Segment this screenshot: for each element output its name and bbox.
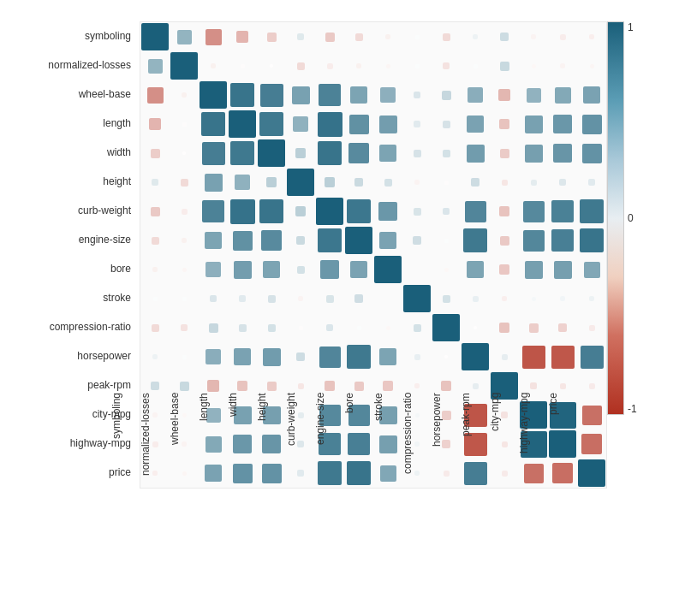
cell-square bbox=[499, 264, 509, 275]
cell-square bbox=[463, 228, 487, 252]
cell-1-0 bbox=[140, 51, 170, 80]
cell-11-9 bbox=[402, 342, 432, 371]
cell-square bbox=[152, 354, 158, 359]
cell-7-12 bbox=[490, 226, 519, 255]
bottom-label-price: price bbox=[547, 389, 576, 492]
cell-square bbox=[152, 237, 159, 245]
cell-square bbox=[384, 179, 392, 187]
cell-11-5 bbox=[286, 342, 315, 371]
cell-square bbox=[211, 63, 216, 68]
cell-10-5 bbox=[286, 313, 315, 342]
cell-square bbox=[354, 178, 363, 187]
cell-square bbox=[320, 260, 339, 279]
cell-square bbox=[580, 199, 604, 223]
cell-square bbox=[442, 91, 451, 100]
cell-7-0 bbox=[140, 226, 170, 255]
cell-square bbox=[295, 148, 306, 158]
bottom-label-engine-size: engine-size bbox=[314, 389, 343, 492]
cell-2-15 bbox=[577, 80, 606, 110]
cell-square bbox=[582, 144, 602, 163]
cell-8-0 bbox=[140, 255, 170, 284]
cell-square bbox=[551, 229, 574, 252]
cell-square bbox=[414, 121, 420, 127]
cell-square bbox=[236, 31, 248, 43]
cell-0-13 bbox=[519, 22, 548, 51]
cell-6-4 bbox=[257, 197, 286, 226]
cell-10-7 bbox=[344, 313, 373, 342]
cell-2-0 bbox=[140, 80, 170, 110]
left-label-normalized-losses: normalized-losses bbox=[48, 50, 136, 80]
cell-3-8 bbox=[373, 110, 402, 139]
bottom-label-city-mpg: city-mpg bbox=[489, 389, 518, 492]
cell-10-1 bbox=[170, 313, 199, 342]
cell-square bbox=[578, 459, 605, 487]
cell-2-10 bbox=[432, 80, 461, 110]
bottom-label-stroke: stroke bbox=[372, 389, 402, 492]
cell-0-6 bbox=[315, 22, 344, 51]
cell-square bbox=[182, 122, 187, 127]
cell-square bbox=[206, 29, 222, 45]
cell-square bbox=[345, 227, 372, 254]
cell-8-6 bbox=[315, 255, 344, 284]
cell-5-11 bbox=[461, 168, 490, 197]
cell-0-5 bbox=[286, 22, 315, 51]
cell-square bbox=[230, 199, 255, 224]
cell-9-8 bbox=[373, 284, 402, 313]
cell-square bbox=[467, 261, 484, 278]
cell-square bbox=[443, 121, 450, 128]
cell-1-8 bbox=[373, 51, 402, 80]
cell-square bbox=[555, 87, 571, 104]
left-label-engine-size: engine-size bbox=[48, 225, 136, 254]
cell-square bbox=[527, 88, 541, 103]
cell-square bbox=[465, 201, 486, 222]
cell-square bbox=[182, 297, 187, 301]
cell-square bbox=[589, 34, 594, 39]
cell-8-10 bbox=[432, 255, 461, 284]
cell-6-0 bbox=[140, 197, 170, 226]
cell-square bbox=[209, 323, 218, 333]
cell-10-3 bbox=[228, 313, 257, 342]
cell-square bbox=[500, 62, 509, 71]
bottom-label-wheel-base: wheel-base bbox=[169, 389, 198, 492]
cell-1-1 bbox=[170, 51, 199, 80]
cell-square bbox=[182, 355, 187, 359]
cell-11-15 bbox=[577, 342, 606, 371]
cell-0-2 bbox=[199, 22, 228, 51]
cell-square bbox=[326, 295, 334, 303]
cell-4-0 bbox=[140, 139, 170, 168]
left-label-horsepower: horsepower bbox=[48, 341, 136, 370]
cell-11-7 bbox=[344, 342, 373, 371]
cell-0-9 bbox=[402, 22, 432, 51]
cell-5-3 bbox=[228, 168, 257, 197]
cell-square bbox=[296, 236, 305, 245]
cell-square bbox=[414, 92, 420, 98]
cell-5-5 bbox=[286, 168, 315, 197]
cell-5-15 bbox=[577, 168, 606, 197]
cell-square bbox=[298, 383, 304, 389]
left-label-symboling: symboling bbox=[48, 21, 136, 50]
cell-square bbox=[467, 145, 485, 163]
cell-9-0 bbox=[140, 284, 170, 313]
cell-10-10 bbox=[432, 313, 461, 342]
cell-square bbox=[523, 230, 545, 252]
cell-5-8 bbox=[373, 168, 402, 197]
cell-square bbox=[525, 145, 543, 163]
cell-square bbox=[582, 406, 602, 425]
cell-9-1 bbox=[170, 284, 199, 313]
cell-2-9 bbox=[402, 80, 432, 110]
cell-2-4 bbox=[257, 80, 286, 110]
cell-square bbox=[297, 62, 305, 70]
cell-14-15 bbox=[577, 429, 606, 459]
cell-square bbox=[525, 261, 543, 279]
cell-square bbox=[559, 179, 566, 186]
cell-square bbox=[200, 81, 227, 109]
cell-square bbox=[530, 382, 537, 389]
cell-2-8 bbox=[373, 80, 402, 110]
cell-square bbox=[415, 64, 420, 68]
cell-3-3 bbox=[228, 110, 257, 139]
cell-square bbox=[414, 180, 420, 185]
cell-5-6 bbox=[315, 168, 344, 197]
cell-1-13 bbox=[519, 51, 548, 80]
cell-square bbox=[415, 35, 420, 39]
cell-6-5 bbox=[286, 197, 315, 226]
